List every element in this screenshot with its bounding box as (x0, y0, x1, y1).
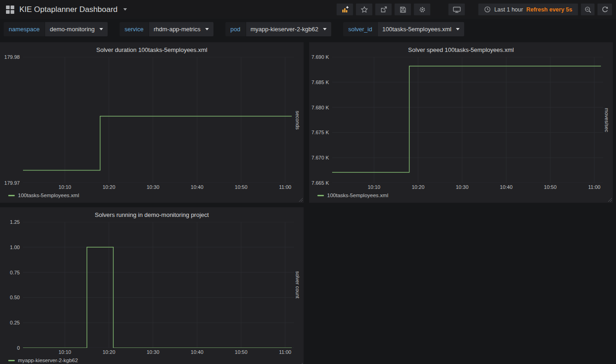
y-tick-label: 179.97 (4, 180, 20, 186)
panel-solver-speed: Solver speed 100tasks-5employees.xml 7.6… (309, 42, 613, 203)
save-button[interactable] (394, 3, 411, 16)
star-icon (361, 6, 368, 13)
variable-label: solver_id (343, 22, 377, 36)
plot-area[interactable] (23, 222, 294, 348)
clock-icon (484, 6, 491, 13)
refresh-icon (601, 6, 609, 13)
legend-color-marker[interactable] (317, 195, 324, 196)
x-tick-label: 10:50 (235, 184, 248, 190)
add-panel-icon (341, 6, 349, 13)
chart-canvas[interactable] (23, 57, 294, 183)
save-icon (399, 6, 407, 13)
y-tick-label: 7.680 K (311, 105, 329, 110)
panel-solver-duration: Solver duration 100tasks-5employees.xml … (0, 42, 304, 203)
y-axis-labels: 7.690 K7.685 K7.680 K7.675 K7.670 K7.665… (312, 57, 332, 183)
navbar-right: Last 1 hour Refresh every 5s (336, 3, 612, 16)
x-tick-label: 10:10 (58, 349, 71, 355)
legend: myapp-kieserver-2-kgb62 (3, 356, 301, 364)
variable-value-dropdown[interactable]: rhdm-app-metrics (149, 22, 213, 36)
chart-row: 1.251.000.750.500.250 solver count (3, 222, 301, 348)
y-axis-title: seconds (294, 57, 301, 183)
dashboard-title[interactable]: KIE Optaplanner Dashboard (19, 5, 118, 14)
variable-value-dropdown[interactable]: demo-monitoring (45, 22, 108, 36)
gear-icon (419, 6, 426, 13)
chevron-down-icon (323, 28, 327, 30)
y-axis-title: moves/sec (603, 57, 610, 183)
time-range-button[interactable]: Last 1 hour Refresh every 5s (478, 3, 578, 16)
x-tick-label: 10:10 (58, 184, 71, 190)
variable-value: rhdm-app-metrics (154, 26, 201, 33)
refresh-interval-label: Refresh every 5s (526, 6, 572, 13)
panel-title[interactable]: Solvers running in demo-monitoring proje… (3, 210, 301, 220)
y-tick-label: 0.75 (10, 270, 20, 275)
navbar-left: KIE Optaplanner Dashboard (4, 5, 127, 14)
tv-mode-button[interactable] (448, 3, 465, 16)
x-tick-label: 10:30 (147, 349, 160, 355)
variable-value: 100tasks-5employees.xml (382, 26, 451, 33)
chevron-down-icon (456, 28, 460, 30)
refresh-button[interactable] (597, 3, 612, 16)
y-tick-label: 0 (17, 345, 20, 351)
x-axis-labels: 10:1010:2010:3010:4010:5011:00 (23, 183, 294, 191)
zoom-out-button[interactable] (581, 3, 595, 16)
y-tick-label: 1.25 (10, 219, 20, 225)
plot-area[interactable] (332, 57, 603, 183)
x-tick-label: 10:20 (103, 349, 115, 355)
panel-solvers-running: Solvers running in demo-monitoring proje… (0, 207, 304, 364)
plot-area[interactable] (23, 57, 294, 183)
legend-label[interactable]: myapp-kieserver-2-kgb62 (18, 358, 78, 363)
y-tick-label: 7.670 K (311, 155, 329, 160)
panel-title[interactable]: Solver duration 100tasks-5employees.xml (3, 45, 301, 55)
variable-solver-id[interactable]: solver_id 100tasks-5employees.xml (343, 22, 464, 36)
y-axis-labels: 179.98179.97 (3, 57, 23, 183)
y-tick-label: 7.685 K (311, 80, 329, 85)
x-tick-label: 10:20 (103, 184, 115, 190)
tv-mode-icon (453, 6, 461, 13)
variable-label: namespace (4, 22, 45, 36)
x-axis-labels: 10:1010:2010:3010:4010:5011:00 (332, 183, 603, 191)
star-button[interactable] (356, 3, 373, 16)
y-tick-label: 7.690 K (311, 54, 329, 60)
chart-canvas[interactable] (332, 57, 603, 183)
x-tick-label: 10:40 (191, 349, 204, 355)
legend-label[interactable]: 100tasks-5employees.xml (327, 193, 388, 198)
chart-row: 7.690 K7.685 K7.680 K7.675 K7.670 K7.665… (312, 57, 610, 183)
share-button[interactable] (375, 3, 392, 16)
legend: 100tasks-5employees.xml (312, 191, 610, 200)
y-tick-label: 0.50 (10, 295, 20, 300)
share-icon (380, 6, 387, 13)
add-panel-button[interactable] (336, 3, 353, 16)
variable-value-dropdown[interactable]: 100tasks-5employees.xml (378, 22, 464, 36)
x-tick-label: 10:40 (191, 184, 204, 190)
panel-title[interactable]: Solver speed 100tasks-5employees.xml (312, 45, 610, 55)
x-axis-labels: 10:1010:2010:3010:4010:5011:00 (23, 348, 294, 356)
chart-canvas[interactable] (23, 222, 294, 348)
x-tick-label: 11:00 (279, 349, 291, 355)
legend-color-marker[interactable] (8, 360, 15, 361)
x-tick-label: 10:40 (500, 184, 513, 190)
chart-row: 179.98179.97 seconds (3, 57, 301, 183)
x-tick-label: 10:50 (544, 184, 557, 190)
chevron-down-icon[interactable] (123, 8, 127, 11)
y-tick-label: 1.00 (10, 245, 20, 250)
variable-pod[interactable]: pod myapp-kieserver-2-kgb62 (225, 22, 331, 36)
variable-value: demo-monitoring (50, 26, 95, 33)
variable-value-dropdown[interactable]: myapp-kieserver-2-kgb62 (246, 22, 331, 36)
variable-label: pod (225, 22, 246, 36)
variable-value: myapp-kieserver-2-kgb62 (251, 26, 318, 33)
grafana-grid-logo[interactable] (6, 5, 15, 14)
legend-color-marker[interactable] (8, 195, 15, 196)
legend-label[interactable]: 100tasks-5employees.xml (18, 193, 79, 198)
settings-button[interactable] (414, 3, 431, 16)
x-tick-label: 11:00 (279, 184, 291, 190)
template-variables-row: namespace demo-monitoring service rhdm-a… (0, 20, 616, 38)
x-tick-label: 10:30 (456, 184, 469, 190)
y-tick-label: 7.665 K (311, 180, 329, 186)
x-tick-label: 10:10 (368, 184, 380, 190)
variable-service[interactable]: service rhdm-app-metrics (120, 22, 213, 36)
chevron-down-icon (205, 28, 209, 30)
y-axis-labels: 1.251.000.750.500.250 (3, 222, 23, 348)
y-tick-label: 7.675 K (311, 130, 329, 135)
zoom-out-icon (584, 6, 592, 13)
variable-namespace[interactable]: namespace demo-monitoring (4, 22, 108, 36)
